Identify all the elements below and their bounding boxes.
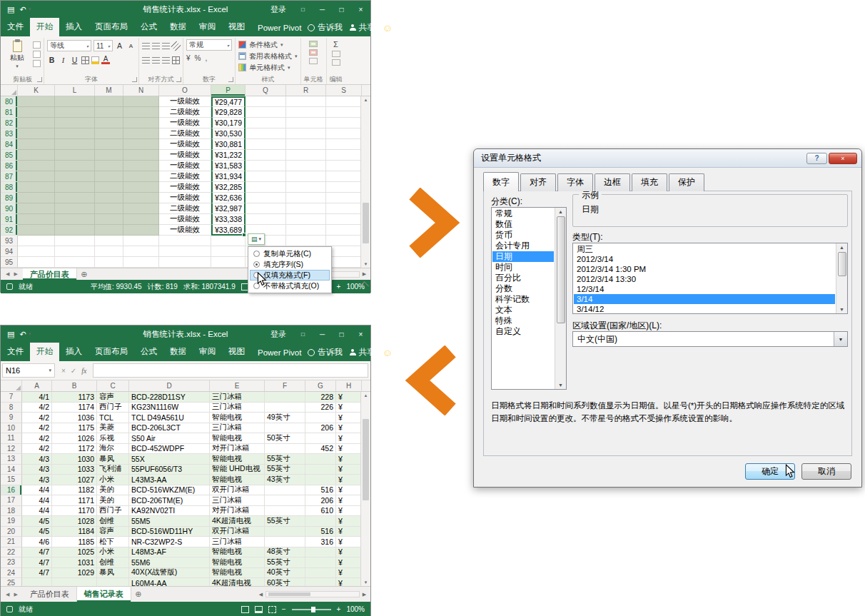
listbox-scrollbar[interactable]: ▲ ▼ — [836, 243, 847, 313]
cell[interactable]: 4/7 — [22, 568, 52, 579]
cell[interactable]: ¥ — [336, 527, 362, 537]
cell[interactable]: 创维 — [97, 557, 129, 568]
scroll-down-icon[interactable]: ▼ — [364, 580, 368, 585]
cell[interactable]: 40英寸 — [265, 568, 305, 579]
align-middle-icon[interactable] — [152, 43, 160, 49]
cell[interactable] — [123, 225, 159, 236]
column-header[interactable]: P — [211, 85, 246, 96]
type-item[interactable]: 周三 — [574, 244, 835, 254]
ribbon-tab[interactable]: 视图 — [222, 343, 251, 361]
cell[interactable]: 智能 UHD电视 — [210, 465, 265, 475]
ribbon-tab[interactable]: 页面布局 — [88, 343, 134, 361]
scrollbar-thumb[interactable] — [363, 203, 369, 244]
scrollbar-thumb[interactable] — [268, 592, 310, 596]
cell[interactable] — [55, 203, 95, 214]
cell[interactable]: 智能电视 — [210, 454, 265, 465]
cell[interactable]: 创维 — [97, 516, 129, 527]
cell[interactable]: ¥33,338 — [211, 214, 246, 225]
row-header[interactable]: 7 — [1, 392, 22, 403]
column-header[interactable]: S — [326, 85, 362, 96]
row-header[interactable]: 16 — [1, 485, 22, 496]
cell[interactable] — [123, 182, 159, 193]
cell[interactable] — [246, 171, 286, 182]
row-header[interactable]: 8 — [1, 403, 22, 413]
cell[interactable] — [95, 161, 123, 171]
row-header[interactable]: 91 — [1, 214, 18, 225]
menu-item[interactable]: 复制单元格(C) — [250, 248, 330, 259]
cell[interactable]: 610 — [305, 506, 336, 517]
scroll-right-icon[interactable]: ▶ — [360, 592, 369, 597]
row-header[interactable]: 92 — [1, 225, 18, 236]
grow-font-icon[interactable]: A — [115, 41, 124, 50]
cell[interactable] — [286, 171, 326, 182]
cell[interactable]: 三门冰箱 — [210, 495, 265, 506]
cell[interactable]: 松下 — [97, 537, 129, 547]
cell[interactable]: 4/5 — [22, 527, 52, 537]
cut-icon[interactable] — [33, 41, 41, 49]
cell[interactable] — [123, 96, 159, 107]
cell[interactable] — [55, 225, 95, 236]
column-header[interactable]: H — [336, 380, 362, 391]
category-item[interactable]: 分数 — [492, 283, 554, 294]
dialog-tab[interactable]: 字体 — [557, 173, 593, 191]
ribbon-tab[interactable]: 插入 — [59, 18, 88, 36]
cell[interactable]: 一级能效 — [159, 225, 211, 236]
minimize-button[interactable]: ─ — [313, 325, 332, 343]
undo-icon[interactable]: ↶ — [19, 330, 26, 339]
cell[interactable]: 228 — [305, 392, 336, 403]
format-cells-icon[interactable] — [309, 58, 318, 64]
cell[interactable] — [18, 225, 55, 236]
cell[interactable] — [286, 107, 326, 118]
cell[interactable]: ¥30,530 — [211, 128, 246, 139]
cell[interactable]: 60英寸 — [265, 578, 305, 586]
cell[interactable] — [286, 139, 326, 150]
cell[interactable] — [246, 193, 286, 203]
cell[interactable] — [123, 150, 159, 161]
cell[interactable]: L43M3-AA — [129, 475, 210, 485]
cell[interactable] — [123, 214, 159, 225]
cell[interactable] — [55, 150, 95, 161]
insert-cells-icon[interactable] — [309, 41, 318, 47]
undo-icon[interactable]: ↶ — [19, 5, 26, 14]
select-all-corner[interactable] — [1, 85, 18, 96]
row-header[interactable]: 83 — [1, 128, 18, 139]
cell[interactable] — [305, 433, 336, 444]
cell[interactable]: ¥31,232 — [211, 150, 246, 161]
cell[interactable] — [326, 128, 362, 139]
cell[interactable] — [265, 403, 305, 413]
name-box[interactable]: N16 ▾ — [2, 363, 55, 378]
cell[interactable] — [95, 214, 123, 225]
cell[interactable]: 4/4 — [22, 495, 52, 506]
cell[interactable] — [18, 96, 55, 107]
cell[interactable]: 316 — [305, 537, 336, 547]
cell[interactable]: 对开门冰箱 — [210, 506, 265, 517]
cell[interactable]: 4K超清电视 — [210, 578, 265, 586]
cell[interactable]: 一级能效 — [159, 118, 211, 128]
dialog-tab[interactable]: 对齐 — [520, 173, 556, 191]
cell[interactable]: 二级能效 — [159, 203, 211, 214]
cell[interactable]: 1173 — [52, 392, 97, 403]
cell[interactable]: 一级能效 — [159, 150, 211, 161]
sheet-nav-left-icon[interactable]: ◀ — [6, 271, 9, 277]
cell[interactable]: 乐视 — [97, 433, 129, 444]
cell[interactable]: 4/2 — [22, 403, 52, 413]
cell[interactable] — [286, 214, 326, 225]
cell[interactable] — [18, 150, 55, 161]
cell[interactable]: 4/6 — [22, 537, 52, 547]
cell[interactable]: 49英寸 — [265, 413, 305, 423]
cell[interactable] — [18, 214, 55, 225]
cell[interactable]: ¥ — [336, 537, 362, 547]
cell[interactable] — [52, 578, 97, 586]
cell[interactable] — [18, 171, 55, 182]
sheet-tab[interactable]: 产品价目表 — [23, 587, 77, 602]
cell[interactable]: ¥29,477 — [211, 96, 246, 107]
row-header[interactable]: 84 — [1, 139, 18, 150]
cell[interactable] — [286, 236, 326, 246]
cell[interactable] — [286, 161, 326, 171]
row-header[interactable]: 21 — [1, 537, 22, 547]
cell[interactable]: 48英寸 — [265, 547, 305, 558]
cell[interactable]: 飞利浦 — [97, 465, 129, 475]
cell[interactable] — [95, 118, 123, 128]
type-item[interactable]: 3/14/12 — [574, 304, 835, 314]
cell[interactable]: BCD-228D11SY — [129, 392, 210, 403]
